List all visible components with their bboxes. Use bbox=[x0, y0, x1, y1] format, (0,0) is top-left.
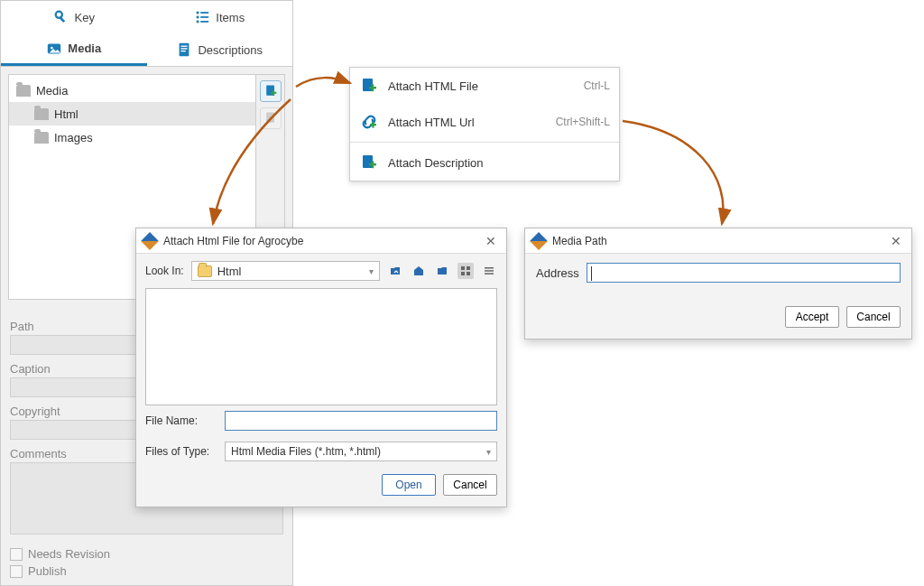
svg-rect-2 bbox=[197, 12, 199, 14]
dialog-titlebar: Media Path ✕ bbox=[525, 228, 911, 254]
media-icon bbox=[46, 41, 62, 57]
svg-rect-23 bbox=[363, 155, 373, 168]
detach-button bbox=[260, 107, 282, 129]
look-in-label: Look In: bbox=[145, 265, 184, 277]
menu-attach-html-file[interactable]: Attach HTML File Ctrl-L bbox=[350, 68, 619, 104]
folder-icon bbox=[16, 85, 31, 97]
new-folder-button[interactable] bbox=[434, 263, 450, 279]
path-dialog-actions: Accept Cancel bbox=[525, 288, 911, 339]
address-input[interactable] bbox=[587, 263, 901, 283]
tree-node-label: Html bbox=[54, 107, 79, 121]
svg-rect-26 bbox=[461, 266, 465, 270]
file-name-row: File Name: bbox=[136, 405, 506, 436]
menu-shortcut: Ctrl+Shift-L bbox=[556, 116, 610, 128]
svg-rect-5 bbox=[201, 12, 209, 14]
svg-rect-4 bbox=[197, 21, 199, 23]
tree-node-images[interactable]: Images bbox=[9, 126, 255, 149]
svg-rect-17 bbox=[266, 113, 274, 123]
dialog-title: Attach Html File for Agrocybe bbox=[163, 235, 483, 247]
list-view-button[interactable] bbox=[481, 263, 497, 279]
svg-rect-6 bbox=[201, 16, 209, 18]
address-row: Address bbox=[525, 254, 911, 288]
tab-items-label: Items bbox=[216, 11, 245, 24]
svg-point-9 bbox=[51, 46, 53, 49]
svg-rect-7 bbox=[201, 21, 209, 23]
publish-label: Publish bbox=[28, 564, 67, 578]
tree-node-label: Media bbox=[36, 84, 68, 98]
svg-rect-29 bbox=[467, 272, 470, 275]
up-folder-button[interactable] bbox=[387, 263, 403, 279]
items-icon bbox=[194, 9, 210, 25]
attach-file-dialog: Attach Html File for Agrocybe ✕ Look In:… bbox=[135, 228, 507, 507]
close-button[interactable]: ✕ bbox=[483, 233, 499, 249]
file-name-input[interactable] bbox=[225, 411, 497, 431]
tab-media-label: Media bbox=[68, 42, 101, 55]
attach-button[interactable] bbox=[260, 80, 282, 102]
menu-shortcut: Ctrl-L bbox=[584, 79, 610, 92]
svg-rect-28 bbox=[461, 272, 465, 275]
chevron-down-icon: ▾ bbox=[369, 266, 374, 276]
svg-rect-22 bbox=[372, 122, 374, 128]
attach-context-menu: Attach HTML File Ctrl-L Attach HTML Url … bbox=[349, 67, 620, 181]
cancel-button[interactable]: Cancel bbox=[846, 306, 901, 328]
checkbox-icon bbox=[10, 565, 23, 578]
publish-checkbox[interactable]: Publish bbox=[10, 564, 283, 578]
svg-rect-32 bbox=[485, 273, 494, 274]
tab-key-label: Key bbox=[75, 11, 95, 24]
accept-button[interactable]: Accept bbox=[785, 306, 839, 328]
svg-rect-10 bbox=[180, 43, 189, 56]
file-name-label: File Name: bbox=[145, 414, 217, 427]
close-button[interactable]: ✕ bbox=[888, 233, 904, 249]
panel-tabs: Key Items Media Descriptions bbox=[1, 1, 292, 67]
chevron-down-icon: ▾ bbox=[486, 447, 491, 457]
descriptions-icon bbox=[176, 42, 192, 58]
needs-revision-checkbox[interactable]: Needs Revision bbox=[10, 547, 283, 561]
flags: Needs Revision Publish bbox=[1, 540, 292, 586]
file-type-row: Files of Type: Html Media Files (*.htm, … bbox=[136, 436, 506, 467]
menu-item-label: Attach HTML File bbox=[388, 79, 575, 93]
needs-revision-label: Needs Revision bbox=[28, 547, 110, 561]
file-dialog-actions: Open Cancel bbox=[136, 467, 506, 507]
file-type-select[interactable]: Html Media Files (*.htm, *.html) ▾ bbox=[225, 442, 497, 461]
tree-node-label: Images bbox=[54, 131, 93, 144]
address-label: Address bbox=[536, 266, 579, 280]
open-button[interactable]: Open bbox=[382, 474, 436, 496]
svg-rect-30 bbox=[485, 267, 494, 269]
file-type-value: Html Media Files (*.htm, *.html) bbox=[231, 445, 381, 458]
menu-attach-html-url[interactable]: Attach HTML Url Ctrl+Shift-L bbox=[350, 104, 619, 140]
grid-view-button[interactable] bbox=[457, 263, 474, 279]
svg-rect-12 bbox=[181, 48, 188, 49]
tab-key[interactable]: Key bbox=[1, 1, 147, 33]
file-type-label: Files of Type: bbox=[145, 445, 217, 458]
folder-icon bbox=[34, 108, 49, 120]
checkbox-icon bbox=[10, 548, 23, 561]
tree-node-media[interactable]: Media bbox=[9, 79, 255, 102]
file-list[interactable] bbox=[145, 288, 497, 405]
file-add-icon bbox=[359, 153, 379, 172]
file-dialog-toolbar: Look In: Html ▾ bbox=[136, 254, 506, 288]
link-add-icon bbox=[359, 113, 379, 131]
svg-rect-20 bbox=[372, 84, 374, 91]
tab-descriptions-label: Descriptions bbox=[198, 43, 263, 57]
key-icon bbox=[53, 9, 69, 25]
svg-rect-3 bbox=[197, 16, 199, 19]
tab-media[interactable]: Media bbox=[1, 33, 147, 66]
look-in-select[interactable]: Html ▾ bbox=[191, 261, 380, 281]
svg-rect-11 bbox=[181, 46, 188, 47]
cancel-button[interactable]: Cancel bbox=[443, 474, 497, 496]
svg-rect-18 bbox=[363, 79, 373, 91]
svg-rect-13 bbox=[181, 51, 186, 51]
svg-rect-31 bbox=[485, 270, 494, 272]
menu-item-label: Attach Description bbox=[388, 156, 610, 170]
tab-items[interactable]: Items bbox=[147, 1, 293, 33]
menu-attach-description[interactable]: Attach Description bbox=[350, 144, 619, 181]
folder-icon bbox=[34, 132, 49, 144]
svg-rect-27 bbox=[467, 266, 470, 270]
svg-rect-16 bbox=[273, 90, 274, 96]
app-icon bbox=[530, 232, 548, 250]
look-in-value: Html bbox=[217, 265, 242, 278]
tab-descriptions[interactable]: Descriptions bbox=[147, 33, 293, 66]
tree-node-html[interactable]: Html bbox=[9, 102, 255, 126]
menu-separator bbox=[350, 142, 619, 143]
home-button[interactable] bbox=[411, 263, 427, 279]
